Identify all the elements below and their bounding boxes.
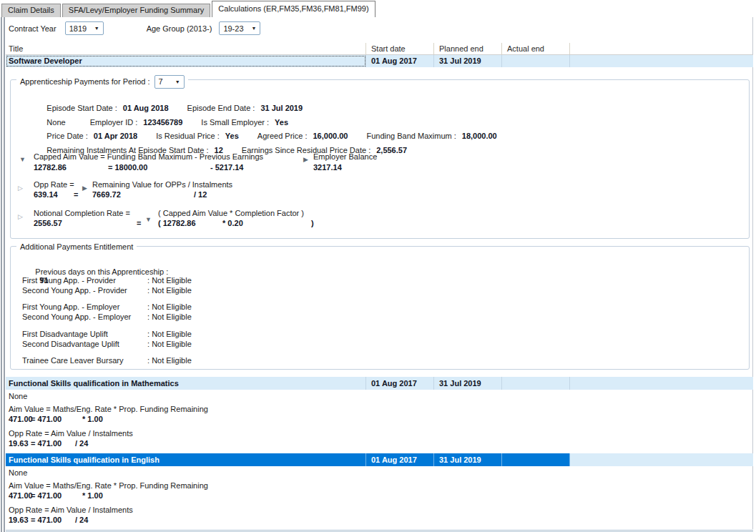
left-border-line <box>1 17 2 532</box>
grid-header: Title Start date Planned end Actual end <box>6 43 753 55</box>
entitlement-label: First Young App. - Employer <box>22 302 119 311</box>
entitlement-label: First Young App. - Provider <box>22 276 116 285</box>
age-group-dropdown[interactable]: 19-23 ▼ <box>219 21 260 35</box>
opp-rate-label: Opp Rate = <box>34 180 74 189</box>
opp-rate-div-term: / 12 <box>194 190 207 199</box>
english-calculation-panel: None Aim Value = Maths/Eng. Rate * Prop.… <box>6 466 753 529</box>
row-start-date: 01 Aug 2017 <box>366 377 434 390</box>
opp-eq-term: = 471.00 <box>31 439 62 448</box>
payments-box-label: Apprenticeship Payments for Period : <box>20 77 150 86</box>
employer-balance-label: Employer Balance <box>313 152 377 161</box>
chevron-down-icon: ▼ <box>175 79 180 84</box>
opp-rate-value: 19.63 <box>9 439 29 448</box>
entitlement-value: : Not Eligible <box>147 340 192 348</box>
apprenticeship-payments-box: Apprenticeship Payments for Period : 7 ▼… <box>10 79 750 239</box>
entitlement-value: : Not Eligible <box>147 276 192 285</box>
capped-minus-term: - 5217.14 <box>210 163 243 172</box>
capped-aim-formula: Capped Aim Value = Funding Band Maximum … <box>34 152 263 161</box>
chevron-down-icon: ▼ <box>251 26 256 31</box>
row-planned-end: 31 Jul 2019 <box>434 453 502 466</box>
row-functional-skills-maths[interactable]: Functional Skills qualification in Mathe… <box>6 377 753 390</box>
row-title[interactable]: Software Developer <box>6 55 366 67</box>
notional-rate-label: Notional Completion Rate = <box>34 209 130 217</box>
contract-year-value: 1819 <box>69 24 87 33</box>
opp-rate-numerator: 7669.72 <box>92 190 121 199</box>
aim-eq-term: = 471.00 <box>31 415 62 423</box>
entitlement-value: : Not Eligible <box>147 286 192 295</box>
entitlement-label: First Disadvantage Uplift <box>22 330 108 338</box>
column-header-title[interactable]: Title <box>6 43 366 54</box>
opp-rate-value: 639.14 <box>34 190 58 199</box>
additional-payments-box-title: Additional Payments Entitlement <box>16 242 137 251</box>
notional-rate-formula: ( Capped Aim Value * Completion Factor ) <box>158 209 304 217</box>
contract-year-dropdown[interactable]: 1819 ▼ <box>65 21 104 35</box>
opp-rate-value: 19.63 <box>9 516 29 524</box>
row-functional-skills-english[interactable]: Functional Skills qualification in Engli… <box>6 453 753 466</box>
notional-close-term: ) <box>311 219 314 227</box>
entitlement-label: Second Disadvantage Uplift <box>22 340 119 348</box>
column-header-start-date[interactable]: Start date <box>366 43 434 54</box>
expander-down-icon[interactable]: ▼ <box>19 156 26 163</box>
row-filler <box>570 377 753 390</box>
tab-claim-details[interactable]: Claim Details <box>1 4 61 17</box>
maths-calculation-panel: None Aim Value = Maths/Eng. Rate * Prop.… <box>6 390 753 453</box>
opp-div-term: / 24 <box>75 439 88 448</box>
aim-eq-term: = 471.00 <box>31 491 62 500</box>
aim-value: 471.00 <box>9 491 33 500</box>
aim-value-formula: Aim Value = Maths/Eng. Rate * Prop. Fund… <box>9 481 208 490</box>
opp-rate-formula: Opp Rate = Aim Value / Instalments <box>9 429 133 438</box>
row-actual-end <box>502 377 570 390</box>
row-filler <box>570 55 753 67</box>
row-actual-end <box>502 453 570 466</box>
row-start-date: 01 Aug 2017 <box>366 453 434 466</box>
next-row-edge[interactable] <box>6 529 753 532</box>
band-max-value: 18,000.00 <box>462 132 497 140</box>
tab-strip: Claim Details SFA/Levy/Employer Funding … <box>1 0 377 17</box>
entitlement-label: Trainee Care Leaver Bursary <box>22 356 123 365</box>
column-header-planned-end[interactable]: Planned end <box>434 43 502 54</box>
left-border-line-2 <box>4 17 5 532</box>
expander-right-hollow-icon[interactable]: ▷ <box>18 184 23 192</box>
notional-rate-value: 2556.57 <box>34 219 62 227</box>
entitlement-value: : Not Eligible <box>147 302 192 311</box>
tab-funding-summary[interactable]: SFA/Levy/Employer Funding Summary <box>62 4 211 17</box>
none-text: None <box>9 468 27 477</box>
entitlement-label: Second Young App. - Employer <box>22 312 131 321</box>
none-text: None <box>9 392 27 400</box>
additional-payments-box: Additional Payments Entitlement Previous… <box>10 246 750 370</box>
column-header-actual-end[interactable]: Actual end <box>502 43 570 54</box>
capped-aim-value: 12782.86 <box>34 163 67 172</box>
filter-controls: Contract Year 1819 ▼ Age Group (2013-) 1… <box>9 21 260 35</box>
opp-rate-formula: Opp Rate = Aim Value / Instalments <box>9 506 133 514</box>
entitlement-label: Second Young App. - Provider <box>22 286 127 295</box>
row-actual-end <box>502 55 570 67</box>
employer-balance-value: 3217.14 <box>313 163 342 172</box>
tab-calculations[interactable]: Calculations (ER,FM35,FM36,FM81,FM99) <box>212 1 375 17</box>
row-planned-end: 31 Jul 2019 <box>434 377 502 390</box>
row-title[interactable]: Functional Skills qualification in Mathe… <box>6 377 366 390</box>
period-dropdown[interactable]: 7 ▼ <box>154 75 185 89</box>
age-group-value: 19-23 <box>223 24 243 33</box>
expander-down-icon[interactable]: ▼ <box>145 216 152 223</box>
opp-rate-formula: Remaining Value for OPPs / Instalments <box>92 180 232 189</box>
additional-box-label: Additional Payments Entitlement <box>20 242 133 251</box>
row-software-developer[interactable]: Software Developer 01 Aug 2017 31 Jul 20… <box>6 55 753 67</box>
entitlement-value: : Not Eligible <box>147 330 192 338</box>
entitlement-value: : Not Eligible <box>147 312 192 321</box>
opp-div-term: / 24 <box>75 516 88 524</box>
age-group-label: Age Group (2013-) <box>147 24 212 33</box>
row-planned-end: 31 Jul 2019 <box>434 55 502 67</box>
notional-rate-eq: = <box>137 219 141 227</box>
expander-right-icon[interactable]: ▶ <box>82 184 87 192</box>
previous-days-label: Previous days on this Apprenticeship : <box>35 267 168 276</box>
earnings-value: 2,556.57 <box>376 146 407 154</box>
aim-value: 471.00 <box>9 415 33 423</box>
expander-right-hollow-icon[interactable]: ▷ <box>18 213 23 220</box>
chevron-down-icon: ▼ <box>94 26 99 31</box>
row-title[interactable]: Functional Skills qualification in Engli… <box>6 453 366 466</box>
aim-mult-term: * 1.00 <box>82 415 103 423</box>
expander-right-icon[interactable]: ▶ <box>303 156 308 163</box>
row-start-date: 01 Aug 2017 <box>366 55 434 67</box>
notional-open-term: ( 12782.86 <box>158 219 196 227</box>
opp-rate-eq: = <box>74 190 78 199</box>
